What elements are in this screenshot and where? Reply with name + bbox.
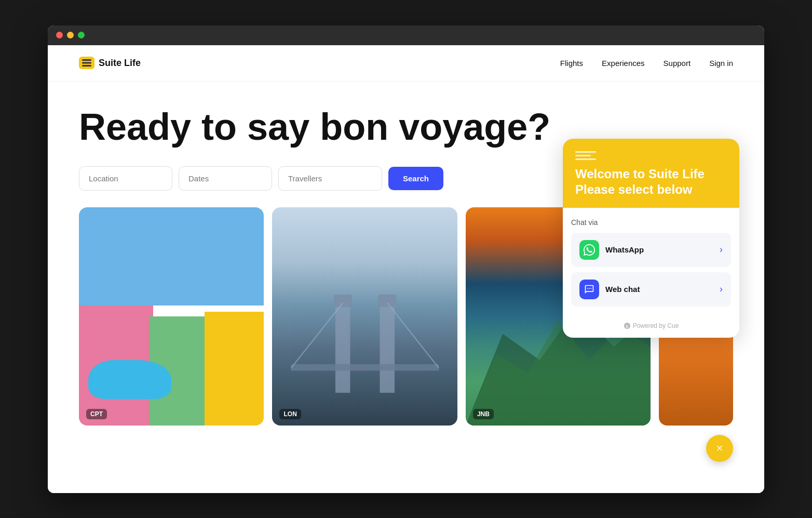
svg-rect-1 bbox=[82, 62, 91, 64]
london-label: LON bbox=[279, 409, 301, 419]
chat-header: Welcome to Suite Life Please select belo… bbox=[563, 139, 739, 208]
logo[interactable]: Suite Life bbox=[79, 57, 141, 69]
hero-title-part1: Ready to say bbox=[79, 106, 320, 148]
mountain-label: JNB bbox=[473, 409, 494, 419]
svg-line-8 bbox=[291, 302, 343, 368]
nav-experiences[interactable]: Experiences bbox=[602, 59, 645, 68]
search-button[interactable]: Search bbox=[388, 167, 443, 190]
browser-window: Suite Life Flights Experiences Support S… bbox=[48, 25, 764, 493]
maximize-traffic-light[interactable] bbox=[78, 32, 85, 38]
chat-option-whatsapp[interactable]: WhatsApp › bbox=[571, 233, 731, 267]
capetown-scene bbox=[79, 207, 264, 426]
logo-icon bbox=[79, 57, 94, 69]
chat-footer: c Powered by Cue bbox=[563, 317, 739, 338]
navbar: Suite Life Flights Experiences Support S… bbox=[48, 45, 764, 82]
svg-rect-7 bbox=[291, 364, 439, 371]
chat-option-whatsapp-left: WhatsApp bbox=[579, 240, 644, 260]
logo-text: Suite Life bbox=[99, 58, 141, 69]
close-traffic-light[interactable] bbox=[56, 32, 63, 38]
capetown-label: CPT bbox=[86, 409, 107, 419]
location-input[interactable] bbox=[79, 166, 172, 191]
wave-line-1 bbox=[575, 151, 596, 153]
nav-flights[interactable]: Flights bbox=[560, 59, 583, 68]
chat-welcome: Welcome to Suite Life Please select belo… bbox=[575, 166, 727, 197]
nav-signin[interactable]: Sign in bbox=[709, 59, 733, 68]
destination-card-capetown[interactable]: CPT bbox=[79, 207, 264, 426]
whatsapp-chevron-icon: › bbox=[720, 244, 723, 255]
svg-rect-5 bbox=[334, 295, 351, 307]
svg-rect-2 bbox=[82, 65, 91, 67]
chat-close-button[interactable]: × bbox=[706, 435, 733, 462]
svg-line-9 bbox=[387, 302, 439, 368]
traffic-lights bbox=[56, 32, 85, 38]
minimize-traffic-light[interactable] bbox=[67, 32, 74, 38]
titlebar bbox=[48, 25, 764, 45]
wave-line-2 bbox=[575, 155, 591, 156]
svg-rect-6 bbox=[378, 295, 396, 307]
close-icon: × bbox=[716, 443, 723, 454]
chat-option-webchat[interactable]: Web chat › bbox=[571, 272, 731, 307]
webchat-icon bbox=[579, 280, 599, 299]
chat-waves bbox=[575, 151, 727, 160]
chat-via-label: Chat via bbox=[571, 218, 731, 227]
powered-by-text: Powered by Cue bbox=[633, 322, 679, 329]
chat-welcome-line2: Please select below bbox=[575, 182, 727, 197]
svg-rect-0 bbox=[82, 59, 91, 61]
chat-welcome-line1: Welcome to Suite Life bbox=[575, 166, 727, 182]
whatsapp-icon bbox=[579, 240, 599, 260]
dates-input[interactable] bbox=[179, 166, 272, 191]
wave-line-3 bbox=[575, 158, 596, 160]
hero-title-bold: bon voyage? bbox=[320, 106, 550, 148]
page-content: Suite Life Flights Experiences Support S… bbox=[48, 45, 764, 493]
london-scene bbox=[272, 207, 457, 426]
webchat-chevron-icon: › bbox=[720, 284, 723, 295]
svg-text:c: c bbox=[626, 323, 628, 328]
webchat-label: Web chat bbox=[605, 285, 640, 294]
chat-widget: Welcome to Suite Life Please select belo… bbox=[563, 139, 739, 338]
nav-links: Flights Experiences Support Sign in bbox=[560, 59, 733, 68]
tower-bridge bbox=[291, 295, 439, 393]
cue-logo-icon: c bbox=[624, 322, 631, 329]
nav-support[interactable]: Support bbox=[664, 59, 691, 68]
travellers-input[interactable] bbox=[278, 166, 382, 191]
destination-card-london[interactable]: LON bbox=[272, 207, 457, 426]
whatsapp-label: WhatsApp bbox=[605, 245, 644, 254]
chat-option-webchat-left: Web chat bbox=[579, 280, 640, 299]
chat-body: Chat via WhatsApp › bbox=[563, 208, 739, 317]
powered-by: c Powered by Cue bbox=[571, 322, 731, 329]
